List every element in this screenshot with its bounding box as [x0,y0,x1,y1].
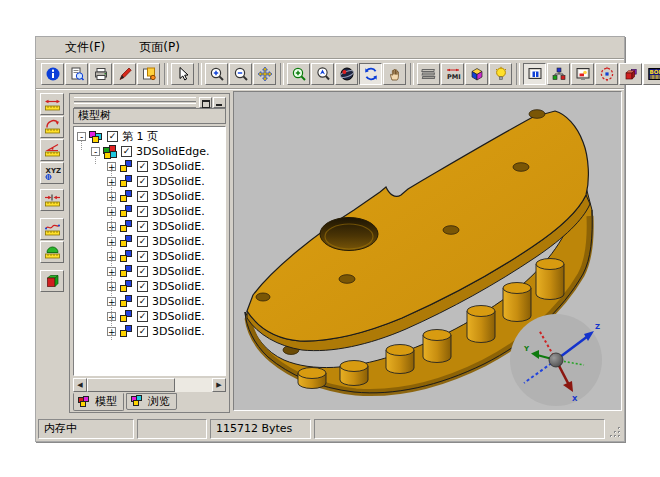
menu-file[interactable]: 文件(F) [60,38,110,57]
light-button[interactable] [489,63,512,85]
axis-x-label: X [572,395,578,403]
tree-item-label: 3DSolidE. [152,190,205,203]
visibility-checkbox[interactable]: ✓ [137,206,148,217]
visibility-checkbox[interactable]: ✓ [137,236,148,247]
measure-distance-button[interactable] [40,189,64,211]
zoom-out-button[interactable] [229,63,252,85]
views-cube-button[interactable] [465,63,488,85]
toolbar-separator [164,63,168,85]
3d-model-canvas[interactable]: Z X Y [234,92,622,410]
pan-hand-button[interactable] [383,63,406,85]
visibility-checkbox[interactable]: ✓ [137,221,148,232]
panel-tabs: 模型 浏览 [73,393,226,413]
tree-item-part[interactable]: +✓3DSolidE. [77,234,225,249]
select-button[interactable] [171,63,194,85]
visibility-checkbox[interactable]: ✓ [137,161,148,172]
visibility-checkbox[interactable]: ✓ [137,266,148,277]
tab-label: 浏览 [148,394,170,409]
tree-item-page[interactable]: - ✓ 第 1 页 [77,129,225,144]
pan-arrows-button[interactable] [253,63,276,85]
part-icon [119,325,134,339]
print-preview-button[interactable] [65,63,88,85]
panel-gripper[interactable] [73,97,226,107]
visibility-checkbox[interactable]: ✓ [137,191,148,202]
visibility-checkbox[interactable]: ✓ [107,131,118,142]
expand-icon[interactable]: + [107,162,116,171]
3d-viewport[interactable]: Z X Y [233,91,622,411]
explode-button[interactable] [595,63,618,85]
tree-item-part[interactable]: +✓3DSolidE. [77,159,225,174]
tree-item-label: 3DSolidE. [152,250,205,263]
status-bar: 内存中 115712 Bytes [38,419,622,439]
tab-label: 模型 [95,394,117,409]
visibility-checkbox[interactable]: ✓ [137,176,148,187]
snapshot-button[interactable] [571,63,594,85]
view-manager-button[interactable] [523,63,546,85]
layers-button[interactable] [417,63,440,85]
measure-curve-button[interactable] [40,218,64,240]
assembly-tree-button[interactable] [547,63,570,85]
zoom-in-button[interactable] [205,63,228,85]
tree-item-part[interactable]: +✓3DSolidE. [77,249,225,264]
menu-page[interactable]: 页面(P) [134,38,185,57]
print-button[interactable] [89,63,112,85]
export-button[interactable] [137,63,160,85]
tree-item-part[interactable]: +✓3DSolidE. [77,219,225,234]
measure-angle-button[interactable] [40,139,64,161]
zoom-target-button[interactable] [311,63,334,85]
tree-item-label: 3DSolidE. [152,235,205,248]
tree-item-part[interactable]: +✓3DSolidE. [77,264,225,279]
tree-item-part[interactable]: +✓3DSolidE. [77,204,225,219]
tree-item-part[interactable]: +✓3DSolidE. [77,279,225,294]
bom-button[interactable]: BOM [643,63,660,85]
zoom-region-button[interactable] [287,63,310,85]
part-icon [119,205,134,219]
tree-item-part[interactable]: +✓3DSolidE. [77,189,225,204]
collapse-icon[interactable]: - [91,147,100,156]
visibility-checkbox[interactable]: ✓ [137,251,148,262]
page-icon [89,130,104,144]
visibility-checkbox[interactable]: ✓ [137,311,148,322]
tab-model[interactable]: 模型 [73,393,124,411]
part-icon [119,160,134,174]
visibility-checkbox[interactable]: ✓ [137,296,148,307]
tab-browse[interactable]: 浏览 [126,393,177,410]
tree-item-part[interactable]: +✓3DSolidE. [77,294,225,309]
panel-collapse-button[interactable] [213,97,226,108]
tree-item-part[interactable]: +✓3DSolidE. [77,309,225,324]
rotate-button[interactable] [359,63,382,85]
scroll-left-icon[interactable]: ◀ [73,378,87,392]
axis-y-label: Y [523,345,530,353]
measure-length-button[interactable] [40,93,64,115]
visibility-checkbox[interactable]: ✓ [137,326,148,337]
measure-volume-button[interactable] [40,270,64,292]
orbit-button[interactable] [335,63,358,85]
collapse-icon[interactable]: - [77,132,86,141]
parts-button[interactable] [619,63,642,85]
measure-radius-button[interactable] [40,116,64,138]
markup-button[interactable] [113,63,136,85]
status-memory: 内存中 [38,419,134,439]
tree-item-label: 3DSolidE. [152,220,205,233]
tree-item-assembly[interactable]: - ✓ 3DSolidEdge. [77,144,225,159]
info-button[interactable] [41,63,64,85]
measure-area-button[interactable] [40,241,64,263]
part-icon [119,310,134,324]
panel-maximize-button[interactable] [199,97,212,108]
measure-coordinate-button[interactable]: XYZ [40,162,64,184]
orientation-gizmo[interactable]: Z X Y [510,314,602,406]
measure-toolbar: XYZ [40,93,66,293]
pmi-button[interactable]: PMI [441,63,464,85]
tree-horizontal-scrollbar[interactable]: ◀ ▶ [73,378,226,392]
scroll-right-icon[interactable]: ▶ [212,378,226,392]
visibility-checkbox[interactable]: ✓ [137,281,148,292]
part-icon [119,280,134,294]
tree-item-part[interactable]: +✓3DSolidE. [77,324,225,339]
client-area: XYZ 模型树 - [36,89,624,420]
scrollbar-track[interactable] [87,378,212,392]
visibility-checkbox[interactable]: ✓ [121,146,132,157]
tree-item-label: 第 1 页 [122,129,158,144]
tree-item-part[interactable]: +✓3DSolidE. [77,174,225,189]
scrollbar-thumb[interactable] [87,378,175,392]
resize-grip[interactable] [608,419,622,439]
